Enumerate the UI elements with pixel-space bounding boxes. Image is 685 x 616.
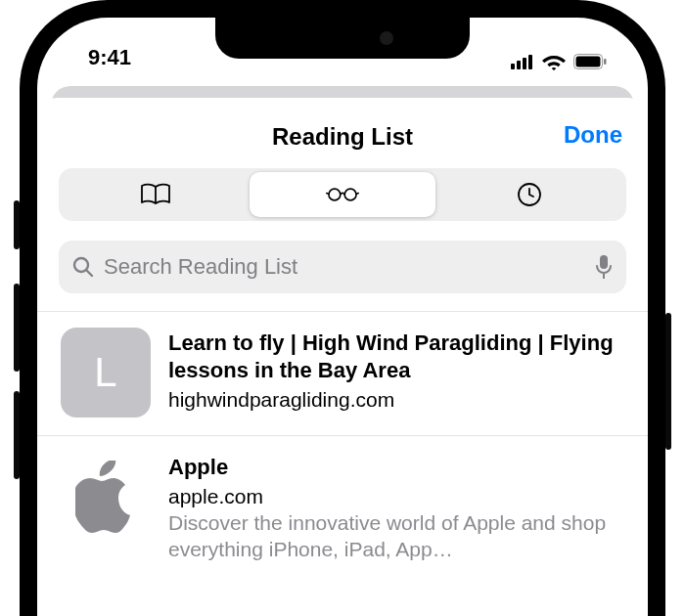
status-icons <box>511 53 607 70</box>
svg-rect-12 <box>603 274 605 279</box>
sheet-header: Reading List Done <box>37 117 648 168</box>
wifi-icon <box>542 53 566 70</box>
bookmarks-sheet: Reading List Done <box>37 98 648 581</box>
list-item[interactable]: Apple apple.com Discover the innovative … <box>37 435 648 581</box>
tab-reading-list[interactable] <box>250 172 436 217</box>
svg-point-8 <box>344 189 356 200</box>
item-title: Learn to fly | High Wind Paragliding | F… <box>168 330 624 384</box>
battery-icon <box>573 54 607 69</box>
thumb-letter: L <box>94 349 116 396</box>
book-icon <box>139 182 172 207</box>
cellular-icon <box>511 54 534 69</box>
reading-list: L Learn to fly | High Wind Paragliding |… <box>37 311 648 581</box>
search-field[interactable] <box>59 241 626 293</box>
done-button[interactable]: Done <box>564 121 622 149</box>
tab-history[interactable] <box>435 172 622 217</box>
notch <box>215 18 470 59</box>
side-button <box>14 284 20 372</box>
list-item[interactable]: L Learn to fly | High Wind Paragliding |… <box>37 311 648 435</box>
item-domain: highwindparagliding.com <box>168 388 624 412</box>
clock-icon <box>513 182 546 207</box>
svg-rect-5 <box>576 57 601 67</box>
item-text: Learn to fly | High Wind Paragliding | F… <box>168 328 624 418</box>
item-domain: apple.com <box>168 485 624 508</box>
svg-rect-0 <box>511 64 515 69</box>
screen: 9:41 Reading List Done <box>37 18 648 616</box>
apple-logo-icon <box>75 461 136 533</box>
status-time: 9:41 <box>88 45 131 70</box>
svg-rect-11 <box>600 255 608 269</box>
svg-point-7 <box>329 189 341 200</box>
svg-rect-2 <box>523 58 526 69</box>
page-title: Reading List <box>57 123 628 151</box>
svg-rect-6 <box>604 59 607 65</box>
svg-rect-3 <box>528 55 532 69</box>
segmented-control[interactable] <box>59 168 626 221</box>
mic-icon[interactable] <box>595 254 613 280</box>
item-description: Discover the innovative world of Apple a… <box>168 510 624 563</box>
search-icon <box>72 256 94 278</box>
svg-rect-1 <box>517 61 521 69</box>
side-button <box>14 391 20 479</box>
item-thumbnail: L <box>61 328 151 418</box>
search-input[interactable] <box>104 254 585 280</box>
side-button <box>665 313 671 450</box>
phone-frame: 9:41 Reading List Done <box>20 0 665 616</box>
side-button <box>14 200 20 249</box>
item-title: Apple <box>168 454 624 481</box>
tab-bookmarks[interactable] <box>63 172 250 217</box>
item-text: Apple apple.com Discover the innovative … <box>168 452 624 563</box>
glasses-icon <box>326 182 359 207</box>
item-thumbnail <box>61 452 151 542</box>
